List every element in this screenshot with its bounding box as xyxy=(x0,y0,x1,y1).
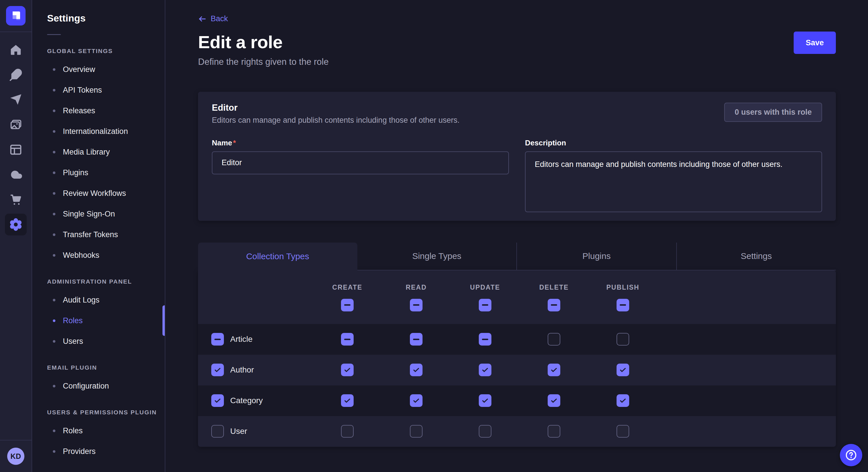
checkbox-checked[interactable] xyxy=(341,394,353,407)
nav-list: Audit LogsRolesUsers xyxy=(32,290,165,351)
name-input[interactable] xyxy=(212,151,509,174)
sidebar-item-internationalization[interactable]: Internationalization xyxy=(32,121,165,142)
sidebar-item-roles[interactable]: Roles xyxy=(32,420,165,441)
sidebar-item-plugins[interactable]: Plugins xyxy=(32,162,165,183)
checkbox-indeterminate[interactable] xyxy=(341,299,353,311)
sidebar-item-releases[interactable]: Releases xyxy=(32,100,165,121)
name-label: Name* xyxy=(212,138,509,147)
checkbox-unchecked[interactable] xyxy=(410,425,423,438)
avatar[interactable]: KD xyxy=(7,448,24,465)
main-content: Back Edit a role Define the rights given… xyxy=(165,0,868,472)
checkbox-checked[interactable] xyxy=(617,364,629,376)
perm-cell-article-create xyxy=(313,333,382,345)
tab-settings[interactable]: Settings xyxy=(676,243,836,270)
shopping-cart-icon[interactable] xyxy=(3,187,28,212)
sidebar-item-audit-logs[interactable]: Audit Logs xyxy=(32,290,165,310)
sidebar-item-roles[interactable]: Roles xyxy=(32,310,165,331)
bullet-icon xyxy=(53,450,55,453)
checkbox-checked[interactable] xyxy=(211,394,224,407)
perm-selectall-update xyxy=(451,299,520,311)
checkbox-unchecked[interactable] xyxy=(548,333,560,345)
checkbox-checked[interactable] xyxy=(410,364,423,376)
bullet-icon xyxy=(53,171,55,174)
perm-column-header: CREATE xyxy=(332,283,363,291)
checkbox-indeterminate[interactable] xyxy=(410,299,423,311)
checkbox-indeterminate[interactable] xyxy=(410,333,423,345)
nav-section-label: ADMINISTRATION PANEL xyxy=(32,278,165,285)
checkbox-checked[interactable] xyxy=(410,394,423,407)
sidebar-item-media-library[interactable]: Media Library xyxy=(32,142,165,162)
gear-icon[interactable] xyxy=(3,212,28,237)
role-card-heading: Editor Editors can manage and publish co… xyxy=(212,103,460,125)
bullet-icon xyxy=(53,109,55,112)
indeterminate-dash xyxy=(413,304,420,306)
rail-nav xyxy=(3,37,28,237)
tab-collection-types[interactable]: Collection Types xyxy=(198,243,358,270)
perm-row-category: Category xyxy=(198,385,836,416)
perm-column-header: UPDATE xyxy=(470,283,500,291)
indeterminate-dash xyxy=(551,304,557,306)
sidebar-item-providers[interactable]: Providers xyxy=(32,441,165,462)
bullet-icon xyxy=(53,89,55,92)
sidebar-item-users[interactable]: Users xyxy=(32,331,165,351)
feather-icon[interactable] xyxy=(3,62,28,87)
strapi-logo-icon[interactable] xyxy=(6,6,26,26)
sidebar-item-transfer-tokens[interactable]: Transfer Tokens xyxy=(32,224,165,245)
tab-plugins[interactable]: Plugins xyxy=(516,243,676,270)
checkbox-indeterminate[interactable] xyxy=(548,299,560,311)
checkbox-indeterminate[interactable] xyxy=(617,299,629,311)
subnav-divider xyxy=(47,34,61,35)
checkbox-checked[interactable] xyxy=(548,394,560,407)
sidebar-item-webhooks[interactable]: Webhooks xyxy=(32,245,165,266)
sidebar-item-label: Transfer Tokens xyxy=(63,230,118,239)
checkbox-checked[interactable] xyxy=(479,394,491,407)
perm-row-article: Article xyxy=(198,324,836,355)
checkbox-indeterminate[interactable] xyxy=(211,333,224,345)
nav-section-label: GLOBAL SETTINGS xyxy=(32,47,165,55)
indeterminate-dash xyxy=(344,304,350,306)
indeterminate-dash xyxy=(620,304,626,306)
checkbox-unchecked[interactable] xyxy=(548,425,560,438)
indeterminate-dash xyxy=(482,339,488,340)
perm-row-author: Author xyxy=(198,355,836,385)
checkbox-checked[interactable] xyxy=(211,364,224,376)
checkbox-indeterminate[interactable] xyxy=(341,333,353,345)
sidebar-item-single-sign-on[interactable]: Single Sign-On xyxy=(32,204,165,224)
checkbox-checked[interactable] xyxy=(341,364,353,376)
description-textarea[interactable]: Editors can manage and publish contents … xyxy=(525,151,822,212)
sidebar-item-api-tokens[interactable]: API Tokens xyxy=(32,80,165,100)
sidebar-item-label: API Tokens xyxy=(63,86,102,95)
checkbox-checked[interactable] xyxy=(617,394,629,407)
tab-single-types[interactable]: Single Types xyxy=(358,243,517,270)
users-with-role-button[interactable]: 0 users with this role xyxy=(724,103,822,122)
sidebar-item-review-workflows[interactable]: Review Workflows xyxy=(32,183,165,204)
layout-icon[interactable] xyxy=(3,137,28,162)
checkbox-checked[interactable] xyxy=(548,364,560,376)
sidebar-item-label: Configuration xyxy=(63,382,109,391)
checkbox-unchecked[interactable] xyxy=(211,425,224,438)
perm-cell-category-publish xyxy=(588,394,657,407)
save-button[interactable]: Save xyxy=(794,32,836,54)
paper-plane-icon[interactable] xyxy=(3,87,28,112)
sidebar-item-overview[interactable]: Overview xyxy=(32,59,165,80)
checkbox-unchecked[interactable] xyxy=(479,425,491,438)
pictures-icon[interactable] xyxy=(3,112,28,137)
checkbox-indeterminate[interactable] xyxy=(479,333,491,345)
checkbox-unchecked[interactable] xyxy=(341,425,353,438)
cloud-icon[interactable] xyxy=(3,162,28,187)
checkbox-unchecked[interactable] xyxy=(617,425,629,438)
checkbox-checked[interactable] xyxy=(479,364,491,376)
question-mark-icon xyxy=(845,449,857,461)
help-button[interactable] xyxy=(840,444,862,466)
nav-section-global-settings: GLOBAL SETTINGSOverviewAPI TokensRelease… xyxy=(32,47,165,266)
nav-list: RolesProviders xyxy=(32,420,165,462)
home-icon[interactable] xyxy=(3,37,28,62)
bullet-icon xyxy=(53,192,55,195)
checkbox-indeterminate[interactable] xyxy=(479,299,491,311)
sidebar-item-configuration[interactable]: Configuration xyxy=(32,376,165,396)
perm-row-label-cell: Category xyxy=(198,394,313,407)
checkbox-unchecked[interactable] xyxy=(617,333,629,345)
back-link[interactable]: Back xyxy=(198,14,228,23)
perm-column-update: UPDATE xyxy=(451,283,520,291)
permissions-tabs: Collection TypesSingle TypesPluginsSetti… xyxy=(198,243,836,270)
